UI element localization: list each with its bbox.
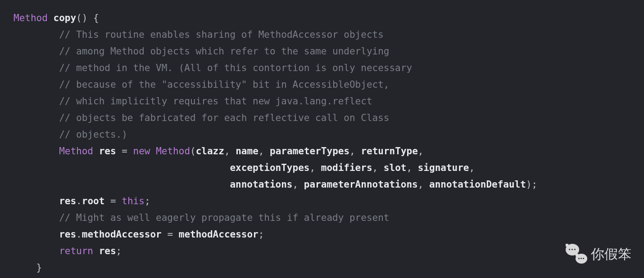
code-token [127,146,133,157]
code-token [93,246,99,256]
code-line: return res; [14,243,644,260]
code-line: exceptionTypes, modifiers, slot, signatu… [14,160,644,176]
code-line: res.methodAccessor = methodAccessor; [14,226,644,243]
code-token: Method [59,146,93,157]
code-token: ; [259,229,264,240]
code-line: // Might as well eagerly propagate this … [14,210,644,226]
code-token: ( [190,146,196,157]
code-token [93,146,99,157]
code-token: } [36,262,42,273]
code-token: , [418,179,429,190]
code-token: res [99,146,116,157]
code-token: slot [384,162,407,173]
code-line: res.root = this; [14,193,644,210]
code-line: } [14,260,644,276]
code-token: annotations [230,179,292,190]
code-token: root [82,196,105,206]
code-token [150,146,156,157]
code-token: , [224,146,236,157]
code-token: ; [116,246,122,256]
code-token: , [309,162,321,173]
code-line: // objects.) [14,126,644,143]
code-token: returnType [361,146,417,157]
code-token: () [76,13,87,23]
code-token: // Might as well eagerly propagate this … [59,212,389,223]
code-token: = [167,229,173,240]
code-token: return [59,246,93,256]
code-token: ); [526,179,537,190]
code-line: annotations, parameterAnnotations, annot… [14,176,644,193]
code-token: = [110,196,116,206]
wechat-icon [566,244,587,264]
code-token: annotationDefault [429,179,526,190]
code-token: methodAccessor [179,229,259,240]
code-token: Method [14,13,48,23]
code-token: res [59,229,76,240]
code-token: new [133,146,150,157]
code-token: // objects.) [59,129,127,140]
code-token: modifiers [321,162,372,173]
code-token: . [76,196,82,206]
code-line: // objects be fabricated for each reflec… [14,110,644,126]
code-token: // because of the "accessibility" bit in… [59,79,389,90]
code-token: clazz [196,146,224,157]
code-token: , [469,162,475,173]
code-token: methodAccessor [82,229,162,240]
code-line: // because of the "accessibility" bit in… [14,76,644,93]
code-token [196,162,230,173]
code-line: // This routine enables sharing of Metho… [14,27,644,43]
code-line: // among Method objects which refer to t… [14,43,644,60]
code-block: Method copy() { // This routine enables … [14,10,644,276]
code-token: res [99,246,116,256]
code-token: // method in the VM. (All of this contor… [59,63,412,73]
watermark: 你假笨 [566,244,631,264]
code-token: signature [418,162,469,173]
code-token: , [293,179,304,190]
code-line: // method in the VM. (All of this contor… [14,60,644,76]
code-token: { [93,13,99,23]
code-token: name [236,146,259,157]
code-token: // This routine enables sharing of Metho… [59,29,384,40]
code-token: , [259,146,270,157]
code-token: , [406,162,417,173]
code-token [116,146,122,157]
code-token [196,179,230,190]
code-token: . [76,229,82,240]
code-token: , [349,146,361,157]
code-line: // which implicitly requires that new ja… [14,93,644,110]
code-token: copy [54,13,77,23]
code-token [87,13,93,23]
code-token: // objects be fabricated for each reflec… [59,112,389,123]
code-token: , [372,162,384,173]
code-token [162,229,168,240]
code-token: exceptionTypes [230,162,309,173]
code-token: res [59,196,76,206]
code-token [116,196,122,206]
code-token: Method [156,146,190,157]
code-token [173,229,179,240]
code-token: ; [145,196,150,206]
code-token: this [122,196,145,206]
code-token: // among Method objects which refer to t… [59,46,389,57]
code-token [104,196,110,206]
code-token [48,13,54,23]
code-line: Method copy() { [14,10,644,27]
watermark-text: 你假笨 [591,246,631,262]
code-token: // which implicitly requires that new ja… [59,96,372,107]
code-token: , [418,146,424,157]
code-token: = [122,146,127,157]
code-token: parameterTypes [270,146,349,157]
code-line: Method res = new Method(clazz, name, par… [14,143,644,160]
code-token: parameterAnnotations [304,179,418,190]
